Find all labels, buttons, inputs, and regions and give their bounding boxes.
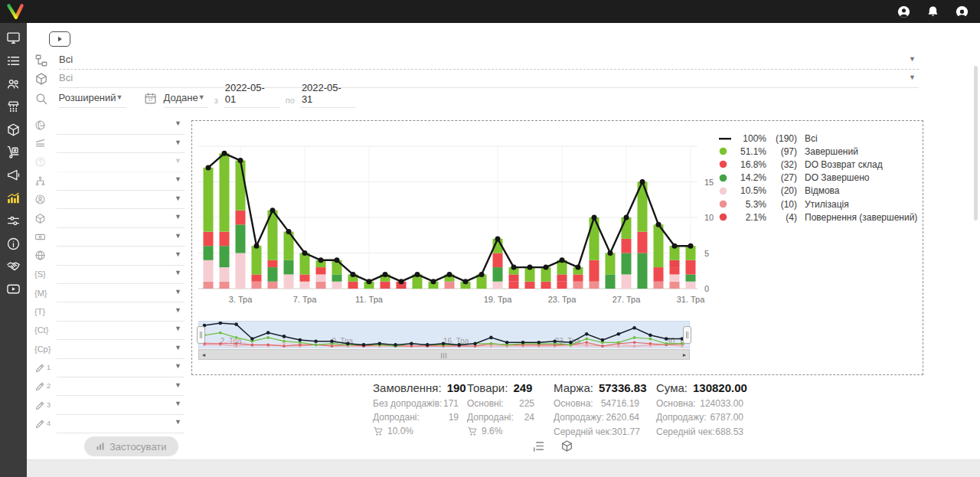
total-line-point (640, 179, 645, 185)
date-to-input[interactable]: 2022-05-31 (300, 82, 356, 108)
category-select[interactable]: Всі ▼ (59, 51, 919, 70)
pencil-icon (34, 400, 46, 411)
total-line-point (656, 222, 662, 227)
total-line-point (286, 229, 292, 234)
user-icon[interactable] (897, 5, 911, 19)
app-logo[interactable] (5, 2, 25, 21)
sidebar-item-info[interactable] (0, 232, 27, 255)
filter-row-custom-3: 3▼ (34, 396, 185, 414)
legend-item-Утилізація[interactable]: 5.3%(10)Утилізація (719, 198, 920, 211)
product-view-icon[interactable] (560, 439, 574, 453)
total-line-point (688, 243, 694, 249)
utm-medium-select[interactable]: ▼ (57, 283, 185, 302)
sidebar-item-tutorials[interactable] (0, 278, 27, 301)
legend-percent: 14.2% (734, 172, 766, 183)
legend-item-DO Завершено[interactable]: 14.2%(27)DO Завершено (719, 172, 920, 185)
stats-title: Товари:249 (467, 381, 534, 394)
scroll-left-arrow-icon[interactable]: ◄ (199, 350, 208, 359)
bar-stack-day-6 (284, 232, 294, 289)
info-icon (6, 237, 21, 251)
scroll-right-arrow-icon[interactable]: ► (680, 350, 689, 359)
chevron-down-icon: ▼ (198, 93, 208, 103)
legend-label: Відмова (805, 185, 840, 196)
product-select[interactable]: Всі ▼ (59, 70, 919, 88)
stats-subrow: Основна:124033.00 (656, 398, 743, 409)
date-from-input[interactable]: 2022-05-01 (224, 82, 279, 108)
total-line-point (576, 265, 581, 270)
package-icon (6, 123, 21, 137)
utm-content-select[interactable]: ▼ (57, 321, 185, 340)
bar-stack-day-20 (509, 267, 519, 289)
sidebar-item-supply[interactable] (0, 141, 27, 164)
utm-campaign-select[interactable]: ▼ (57, 339, 185, 358)
legend-item-Всі[interactable]: 100%(190)Всі (719, 132, 920, 145)
scrollbar-grip[interactable]: ||| (440, 351, 447, 358)
custom-4-select[interactable]: ▼ (57, 414, 185, 433)
custom-2-select[interactable]: ▼ (57, 377, 185, 396)
total-line-point (415, 272, 420, 277)
filter-row-utm-source: {S}▼ (34, 265, 185, 283)
utm-source-select[interactable]: ▼ (57, 265, 185, 284)
stats-title: Маржа:57336.83 (554, 381, 639, 394)
sidebar-item-products[interactable] (0, 118, 27, 141)
notifications-bell-icon[interactable] (926, 5, 940, 19)
utm-term-select[interactable]: ▼ (57, 302, 185, 321)
chevron-down-icon: ▼ (175, 232, 185, 242)
product-select[interactable]: ▼ (57, 208, 185, 227)
search-icon (34, 92, 50, 107)
globe-face-icon (34, 119, 46, 131)
legend-item-Повернення (завершений)[interactable]: 2.1%(4)Повернення (завершений) (719, 211, 920, 224)
apply-button[interactable]: Застосувати (84, 436, 178, 456)
search-mode-select[interactable]: Розширений ▼ (59, 90, 126, 108)
sidebar-item-dashboard[interactable] (0, 27, 27, 50)
status-group-select[interactable]: ▼ (57, 134, 185, 153)
legend-item-DO Возврат склад[interactable]: 16.8%(32)DO Возврат склад (719, 158, 920, 171)
sidebar-item-partners[interactable] (0, 255, 27, 278)
pencil-icon (34, 418, 46, 430)
date-field-select[interactable]: Додане ▼ (164, 90, 208, 108)
legend-label: Утилізація (805, 199, 849, 210)
sidebar-item-marketing[interactable] (0, 164, 27, 187)
utm-content-token: {Ct} (34, 325, 48, 335)
x-axis-label: 31. Тра (677, 295, 706, 304)
package-icon (34, 213, 46, 224)
unknown-select[interactable]: ▼ (57, 152, 185, 172)
sidebar-item-customers[interactable] (0, 73, 27, 96)
legend-item-Завершений[interactable]: 51.1%(97)Завершений (719, 145, 920, 158)
to-label: по (286, 96, 295, 105)
store-icon (6, 100, 21, 114)
sidebar-item-orders[interactable] (0, 50, 27, 73)
sidebar-item-store[interactable] (0, 95, 27, 118)
tree-icon (34, 54, 50, 69)
custom-1-select[interactable]: ▼ (57, 358, 185, 377)
filter-row-utm-medium: {M}▼ (34, 284, 185, 302)
trolley-icon (6, 145, 21, 159)
chevron-down-icon: ▼ (175, 213, 185, 223)
list-view-icon[interactable] (532, 439, 546, 453)
legend-label: Завершений (805, 146, 858, 157)
navigator-scrollbar[interactable]: ◄ ||| ► (198, 349, 690, 360)
manager-select[interactable]: ▼ (57, 190, 185, 209)
payment-select[interactable]: ▼ (57, 227, 185, 247)
structure-select[interactable]: ▼ (57, 172, 185, 191)
person-circle-icon (34, 194, 46, 205)
filter-row-status-group: ▼ (34, 134, 185, 152)
sidebar-item-analytics[interactable] (0, 187, 27, 210)
filter-row-source: ▼ (34, 116, 185, 134)
navigator-minichart[interactable]: 2. Тра9. Тра16. Тра23. Тра30. Тра (198, 321, 690, 348)
region-select[interactable]: ▼ (57, 246, 185, 265)
video-help-button[interactable] (49, 31, 70, 47)
navigator-left-handle[interactable] (197, 326, 205, 344)
total-line-point (270, 207, 276, 213)
support-headset-icon[interactable] (955, 5, 969, 19)
navigator-right-handle[interactable] (683, 326, 691, 344)
utm-campaign-token: {Cp} (34, 345, 51, 354)
stats-title: Сума:130820.00 (656, 381, 743, 394)
custom-3-select[interactable]: ▼ (57, 395, 185, 414)
total-line-point (560, 257, 565, 263)
sidebar-item-automation[interactable] (0, 209, 27, 232)
page-scrollbar[interactable] (974, 66, 978, 221)
source-select[interactable]: ▼ (57, 116, 185, 135)
legend-item-Відмова[interactable]: 10.5%(20)Відмова (719, 185, 920, 198)
legend-percent: 2.1% (734, 212, 766, 223)
